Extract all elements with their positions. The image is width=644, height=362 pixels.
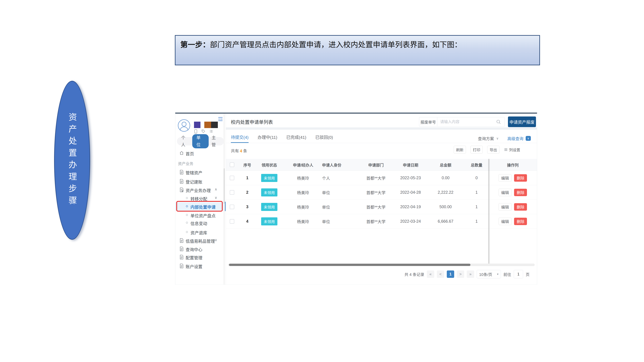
role-tab-unit[interactable]: 单位 — [192, 134, 209, 148]
column-settings-button[interactable]: 列设置 — [504, 147, 520, 152]
sidebar-item-account-settings[interactable]: 账户设置 — [175, 262, 226, 270]
record-count: 共有4条 — [231, 148, 247, 153]
sidebar-item-asset-business[interactable]: 资产业务办理 ∧ — [175, 186, 226, 194]
export-button[interactable]: 导出 — [487, 146, 500, 153]
next-page-button[interactable]: > — [457, 271, 464, 278]
sidebar-item-config[interactable]: 配置管理 — [175, 253, 226, 261]
step-note-prefix: 第一步： — [180, 40, 210, 49]
bullet-icon — [186, 197, 188, 199]
page-size-select[interactable]: 10条/页 ▾ — [477, 270, 501, 278]
sidebar-item-consumables[interactable]: 低值易耗品管理 ∨ — [175, 237, 226, 244]
tab-completed[interactable]: 已完成(41) — [286, 134, 306, 143]
query-plan-dropdown[interactable]: 查询方案 — [478, 135, 494, 141]
refresh-button[interactable]: 刷新 — [454, 146, 466, 153]
table-row: 2 未领用 杨美玲 单位 首都**大学 2022-04-28 2,222.22 … — [226, 185, 537, 200]
bullet-icon — [186, 214, 188, 216]
col-index: 序号 — [242, 162, 253, 168]
search-icon[interactable] — [496, 119, 501, 124]
role-tab-personal[interactable]: 个人 — [178, 134, 192, 148]
chevron-down-icon: ∨ — [496, 136, 498, 140]
goto-unit: 页 — [526, 271, 530, 277]
process-ellipse-label: 资产处置办理步骤 — [66, 113, 78, 208]
home-icon — [180, 151, 184, 155]
tab-rejected[interactable]: 已驳回(0) — [315, 134, 333, 143]
tab-processing[interactable]: 办理中(11) — [258, 134, 277, 143]
edit-button[interactable]: 编辑 — [498, 203, 512, 211]
sidebar-item-internal-disposal[interactable]: 内部处置申请 — [175, 202, 226, 211]
page-1-button[interactable]: 1 — [447, 271, 454, 278]
col-qty: 总数量 — [464, 162, 489, 168]
goto-page-input[interactable] — [514, 270, 523, 278]
edit-button[interactable]: 编辑 — [498, 189, 512, 196]
status-badge: 未领用 — [261, 188, 278, 196]
status-badge: 未领用 — [261, 203, 278, 211]
edit-button[interactable]: 编辑 — [498, 174, 512, 182]
theme-chip-purple[interactable] — [194, 122, 200, 128]
page-title: 校内处置申请单列表 — [231, 118, 273, 125]
select-all-checkbox[interactable] — [230, 162, 234, 167]
chevron-down-icon: ∨ — [214, 196, 217, 200]
row-checkbox[interactable] — [230, 219, 234, 224]
sidebar-item-unit-inventory[interactable]: 单位资产盘点 — [175, 211, 226, 219]
header-divider-band — [226, 127, 537, 130]
last-page-button[interactable]: » — [467, 271, 474, 278]
page: 第一步：部门资产管理员点击内部处置申请，进入校内处置申请单列表界面，如下图： 资… — [0, 0, 644, 362]
search-input[interactable] — [437, 117, 505, 126]
bullet-icon — [186, 222, 188, 224]
horizontal-scrollbar-thumb[interactable] — [229, 264, 470, 266]
pagination: 共 4 条记录 « < 1 > » 10条/页 ▾ 前往 页 — [226, 269, 530, 279]
table-row: 3 未领用 杨美玲 单位 首都**大学 2022-04-19 500.00 1 … — [226, 200, 537, 214]
sidebar-item-query-center[interactable]: 查询中心 — [175, 245, 226, 253]
document-icon — [180, 264, 184, 268]
advanced-query-toggle-icon[interactable]: ∨ — [526, 136, 531, 141]
chevron-down-icon: ∨ — [214, 238, 217, 242]
step-note-text: 部门资产管理员点击内部处置申请，进入校内处置申请单列表界面，如下图： — [210, 40, 462, 49]
print-button[interactable]: 打印 — [470, 146, 483, 153]
columns-icon — [504, 148, 508, 152]
edit-button[interactable]: 编辑 — [498, 218, 512, 225]
delete-button[interactable]: 删除 — [514, 174, 527, 182]
user-avatar-icon[interactable] — [178, 119, 190, 132]
step-note: 第一步：部门资产管理员点击内部处置申请，进入校内处置申请单列表界面，如下图： — [175, 35, 540, 65]
process-ellipse: 资产处置办理步骤 — [54, 81, 90, 240]
document-icon — [180, 247, 184, 251]
delete-button[interactable]: 删除 — [514, 218, 527, 225]
main-panel: 校内处置申请单列表 报废单号 申请资产报废 待提交(4) 办理中(11) 已完成… — [226, 114, 537, 285]
delete-button[interactable]: 删除 — [514, 189, 527, 196]
col-status: 领用状态 — [253, 162, 286, 168]
status-tabs: 待提交(4) 办理中(11) 已完成(41) 已驳回(0) — [231, 134, 333, 143]
role-tab-supervisor[interactable]: 主管 — [209, 134, 223, 148]
advanced-query-link[interactable]: 高级查询 — [507, 135, 524, 141]
search-field-label: 报废单号 — [419, 117, 437, 126]
sidebar-scrollbar — [224, 114, 225, 285]
sidebar-item-managed-assets[interactable]: 管辖资产 — [175, 168, 226, 176]
sidebar-item-home[interactable]: 首页 — [175, 150, 226, 157]
sidebar-item-info-change[interactable]: 信息变动 — [175, 219, 226, 227]
row-checkbox[interactable] — [230, 190, 234, 195]
table-row: 4 未领用 杨美玲 单位 首都**大学 2022-03-24 6,666.67 … — [226, 214, 537, 229]
row-checkbox[interactable] — [230, 205, 234, 209]
sidebar-scrollbar-thumb[interactable] — [224, 168, 225, 204]
chevron-down-icon: ▾ — [497, 272, 498, 276]
bullet-icon — [186, 205, 188, 207]
first-page-button[interactable]: « — [427, 271, 434, 278]
tab-pending[interactable]: 待提交(4) — [231, 134, 248, 143]
prev-page-button[interactable]: < — [437, 271, 444, 278]
delete-button[interactable]: 删除 — [514, 203, 527, 211]
theme-chip-black[interactable] — [211, 122, 218, 128]
list-icon[interactable] — [209, 129, 213, 133]
menu-fold-icon[interactable] — [218, 116, 223, 122]
row-checkbox[interactable] — [230, 176, 234, 180]
theme-chip-orange[interactable] — [204, 122, 211, 128]
sidebar-item-register[interactable]: 登记建账 — [175, 178, 226, 185]
col-actions: 操作列 — [489, 162, 537, 168]
sidebar-item-asset-return[interactable]: 资产退库 — [175, 228, 226, 236]
record-count-number: 4 — [239, 149, 243, 153]
col-amount: 总金额 — [427, 162, 464, 168]
document-pen-icon — [180, 188, 184, 192]
apply-disposal-button[interactable]: 申请资产报废 — [508, 116, 536, 127]
sidebar-item-transfer[interactable]: 转移分配 ∨ — [175, 195, 226, 202]
quick-icons — [194, 129, 213, 134]
tag-icon[interactable] — [202, 129, 205, 133]
phone-icon[interactable] — [194, 129, 198, 134]
